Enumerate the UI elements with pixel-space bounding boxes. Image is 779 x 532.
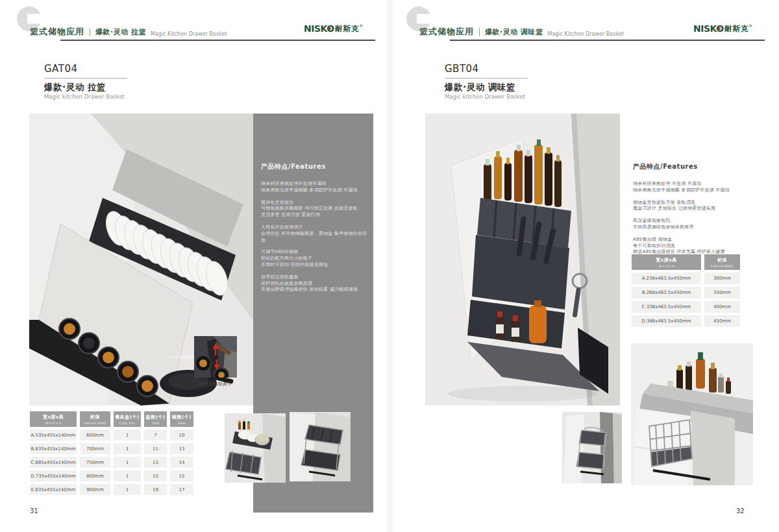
page-header: 篮式储物应用 爆款·灵动 调味篮 Magic Kitchen Drawer Ba… <box>419 26 624 38</box>
table-cell: 14 <box>170 457 193 468</box>
thumb-photo-basket-empty <box>290 412 351 481</box>
spread-gutter <box>386 0 395 532</box>
brand-logo: NISKO 耐斯克 ® <box>693 23 752 34</box>
feature-line: 不用时可拆卸 拒绝约束随意摆放 <box>261 262 370 269</box>
table-cell: 17 <box>170 484 193 495</box>
table-cell: 300mm <box>704 272 740 284</box>
product-name-en: Magic kitchen Drawer Basket <box>44 93 125 100</box>
feature-line: 纳米科技表面处理 不生锈 不腐蚀 <box>633 181 758 187</box>
table-cell: C.685x455x140mm <box>30 457 77 468</box>
table-header-cell: 餐具盒(个)Cutly Tray <box>114 411 141 427</box>
table-cell: E.835x455x140mm <box>30 484 77 495</box>
header-subtitle-en: Magic Kitchen Drawer Basket <box>548 31 624 38</box>
product-name-cn: 爆款·灵动 调味篮 <box>445 82 515 93</box>
feature-line: 纳米表面光滑手感细腻 多层防护不生锈 不腐蚀 <box>633 187 758 194</box>
table-cell: A.238x463.5x450mm <box>632 272 701 284</box>
table-header-cell: 柜体Cabinet Width <box>704 254 740 270</box>
product-code: GBT04 <box>445 63 479 75</box>
table-cell: 7 <box>144 429 167 441</box>
table-cell: 13 <box>170 443 193 454</box>
features-title: 产品特点/Features <box>633 162 758 171</box>
thumb-photo-basket-loaded <box>225 413 286 483</box>
catalog-spread: 篮式储物应用 爆款·灵动 拉篮 Magic Kitchen Drawer Bas… <box>0 0 779 532</box>
table-cell: D.388x463.5x450mm <box>632 315 701 327</box>
table-cell: 450mm <box>704 315 740 327</box>
callout-inset-photo <box>194 336 237 378</box>
features-title: 产品特点/Features <box>261 162 370 171</box>
table-cell: C.338x463.5x450mm <box>632 301 701 313</box>
table-cell: 1 <box>114 443 141 454</box>
thumb-photo-two-tier-basket <box>562 412 622 483</box>
table-cell: D.735x455x140mm <box>30 470 77 481</box>
table-header-cell: 柜体Cabinet Width <box>80 411 110 427</box>
callout-leader-line <box>170 357 194 357</box>
table-cell: 350mm <box>704 287 740 298</box>
brand-logo-cn: 耐斯克 <box>724 24 749 34</box>
feature-group: 自带防尘滑轨盖板保护滑轨的底盘及顺滑度采用品牌缓冲隐藏滑轨 推拉轻柔 减少碗碟碰… <box>261 274 370 293</box>
feature-line: 模块化灵动组合 <box>261 200 370 206</box>
table-cell: A.535x455x140mm <box>30 429 77 441</box>
header-divider <box>479 28 480 36</box>
thumb-basket-illustration <box>225 413 286 483</box>
table-cell: B.288x463.5x450mm <box>632 287 701 298</box>
feature-group: 高深盒体低矮瓶托不同高度调味瓶收纳井然有序 <box>633 218 758 231</box>
feature-group: 人性化分区收纳设计合理分区 科学收纳碗碟架、置物盒 集中收纳分类存放 <box>261 224 370 243</box>
countertop-basket-illustration <box>631 343 753 485</box>
thumb-basket2-illustration <box>290 412 351 481</box>
header-category: 篮式储物应用 <box>30 26 84 38</box>
feature-line: 可调节ABS分隔板 <box>261 249 370 256</box>
callout-detail-illustration <box>194 336 237 378</box>
feature-group: 模块化灵动组合可移动底板及碗碟架 均可独立使用 且随意提取灵活多变 使用方便 更… <box>261 200 370 219</box>
feature-line: 储物盒灵动提取方便 拿取清洗 <box>633 200 758 206</box>
product-code: GAT04 <box>44 63 77 75</box>
table-cell: 10 <box>170 429 193 441</box>
header-subtitle-cn: 爆款·灵动 拉篮 <box>95 27 146 37</box>
table-cell: 600mm <box>80 429 110 441</box>
header-subtitle-cn: 爆款·灵动 调味篮 <box>485 27 543 37</box>
table-cell: 1 <box>114 429 141 441</box>
feature-line: 人性化分区收纳设计 <box>261 224 370 231</box>
feature-line: 保护滑轨的底盘及顺滑度 <box>261 281 370 287</box>
table-cell: 19 <box>144 484 167 495</box>
table-cell: 800mm <box>80 470 110 481</box>
product-name-en: Magic kitchen Drawer Basket <box>445 93 525 100</box>
table-header-cell: 宽x深x高W x D x H <box>632 254 701 270</box>
logo-red-dot-icon <box>328 27 331 30</box>
page-header: 篮式储物应用 爆款·灵动 拉篮 Magic Kitchen Drawer Bas… <box>30 26 227 38</box>
table-cell: 15 <box>170 470 193 481</box>
feature-line: 采用品牌缓冲隐藏滑轨 推拉轻柔 减少碗碟碰撞 <box>261 287 370 293</box>
header-category: 篮式储物应用 <box>419 26 474 38</box>
brand-logo: NISKO 耐斯克 ® <box>304 23 363 34</box>
feature-line: 轻松匹配不同大小的瓶子 <box>261 256 370 262</box>
features-list: 纳米科技表面处理 不生锈 不腐蚀纳米表面光滑手感细腻 多层防护不生锈 不腐蚀储物… <box>633 181 758 256</box>
feature-line: 合理分区 科学收纳碗碟架、置物盒 集中收纳分类存放 <box>261 231 370 244</box>
table-cell: 15 <box>144 470 167 481</box>
feature-line: 纳米表面光滑手感细腻 多层防护不生锈 不腐蚀 <box>261 187 370 194</box>
bottom-photo-countertop-basket <box>631 343 753 485</box>
feature-group: 储物盒灵动提取方便 拿取清洗魔盒式设计 灵动组合 让收纳更便捷实用 <box>633 200 758 213</box>
table-cell: B.635x455x140mm <box>30 443 77 454</box>
product-code-underline <box>44 78 127 79</box>
feature-line: 自带防尘滑轨盖板 <box>261 274 370 281</box>
feature-line: ABS食品级 储物盒 <box>633 237 758 243</box>
feature-line: 纳米科技表面处理不生锈不腐蚀 <box>261 181 370 187</box>
header-divider <box>90 28 90 36</box>
spec-table-right: 宽x深x高W x D x H柜体Cabinet WidthA.238x463.5… <box>632 254 740 327</box>
table-cell: 1 <box>114 470 141 481</box>
header-rule <box>60 40 375 41</box>
table-header-cell: 盘数(个)Dish <box>144 411 167 427</box>
product-name-cn: 爆款·灵动 拉篮 <box>44 82 106 93</box>
feature-group: 纳米科技表面处理 不生锈 不腐蚀纳米表面光滑手感细腻 多层防护不生锈 不腐蚀 <box>633 181 758 194</box>
feature-group: ABS食品级 储物盒每个可单独拆卸清洗精选ABS食品级材质 环保无毒 呵护家人健… <box>633 237 758 256</box>
header-rule <box>450 40 765 41</box>
table-cell: 400mm <box>704 301 740 313</box>
spice-basket-illustration <box>425 114 620 405</box>
spec-table-left: 宽x深x高W x D x H柜体Cabinet Width餐具盒(个)Cutly… <box>30 411 193 495</box>
registered-mark: ® <box>359 23 363 28</box>
feature-line: 每个可单独拆卸清洗 <box>633 243 758 250</box>
logo-red-dot-icon <box>718 27 721 30</box>
table-header-cell: 碗数(个)Bowl <box>170 411 193 427</box>
table-cell: 11 <box>144 443 167 454</box>
features-list: 纳米科技表面处理不生锈不腐蚀纳米表面光滑手感细腻 多层防护不生锈 不腐蚀模块化灵… <box>261 181 370 293</box>
registered-mark: ® <box>748 23 752 28</box>
